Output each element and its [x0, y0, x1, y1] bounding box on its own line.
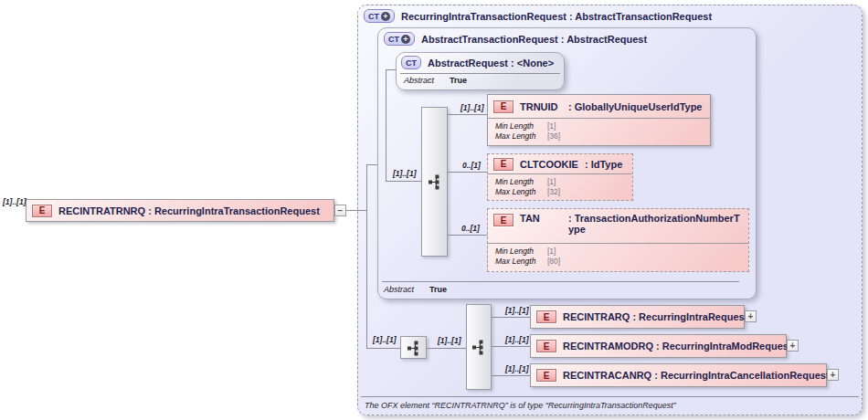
facet-label: Min Length: [495, 121, 547, 131]
element-box-recintracanrq[interactable]: E RECINTRACANRQ : RecurringIntraCancella…: [530, 363, 827, 387]
element-title: E CLTCOOKIE : IdType: [488, 154, 632, 173]
footer-divider: [361, 396, 859, 397]
base-type-title-text: AbstractTransactionRequest : AbstractReq…: [421, 34, 647, 45]
derived-plus-icon: +: [381, 12, 390, 21]
compositor-icon: [471, 339, 486, 355]
cardinality-outer-sequence: [1]..[1]: [373, 335, 397, 344]
element-icon: E: [32, 205, 52, 217]
outer-type-title: CT+ RecurringIntraTransactionRequest : A…: [364, 9, 712, 23]
facet-value: [1]: [547, 247, 556, 257]
root-element-box[interactable]: E RECINTRATRNRQ : RecurringIntraTransact…: [26, 199, 334, 222]
abstract-divider: [400, 73, 560, 74]
cardinality-root: [1]..[1]: [3, 197, 26, 206]
choice-compositor: [466, 304, 492, 390]
element-name: TAN: [520, 213, 562, 224]
base-type-title: CT+ AbstractTransactionRequest : Abstrac…: [384, 32, 647, 46]
facet-value: [1]: [547, 177, 556, 187]
facet-list: Min Length [1] Max Length [80]: [488, 244, 748, 267]
root-base-type-title: CT AbstractRequest : <None>: [401, 56, 554, 69]
abstract-divider: [382, 281, 739, 282]
complex-type-icon-label: CT: [368, 12, 379, 21]
facet-row: Max Length [80]: [495, 257, 741, 267]
abstract-value: True: [450, 76, 467, 85]
expand-button[interactable]: +: [787, 340, 799, 352]
facet-row: Max Length [32]: [495, 187, 625, 197]
footer-note: The OFX element “RECINTRATRNRQ” is of ty…: [365, 401, 676, 410]
cardinality-tan: 0..[1]: [461, 224, 480, 233]
facet-value: [80]: [547, 257, 560, 267]
element-title: E TAN : TransactionAuthorizationNumberTy…: [488, 209, 748, 243]
sequence-compositor: [421, 107, 448, 257]
facet-label: Min Length: [495, 247, 547, 257]
facet-label: Min Length: [495, 177, 547, 187]
cardinality-recintramodrq: [1]..[1]: [505, 335, 529, 344]
abstract-label: Abstract: [384, 285, 414, 294]
compositor-icon: [407, 340, 421, 356]
cardinality-recintracanrq: [1]..[1]: [505, 364, 529, 373]
element-title: E RECINTRATRNRQ : RecurringIntraTransact…: [26, 200, 333, 221]
element-title: E RECINTRACANRQ : RecurringIntraCancella…: [531, 364, 826, 386]
cardinality-cltcookie: 0..[1]: [462, 161, 481, 170]
collapse-button[interactable]: −: [334, 205, 346, 216]
complex-type-icon: CT+: [364, 9, 395, 23]
complex-type-icon: CT: [401, 56, 421, 69]
element-box-cltcookie[interactable]: E CLTCOOKIE : IdType Min Length [1] Max …: [487, 153, 633, 201]
element-title: E RECINTRAMODRQ : RecurringIntraModReque…: [531, 335, 786, 357]
element-name-type: RECINTRARQ : RecurringIntraRequest: [563, 311, 747, 322]
element-name-type: RECINTRACANRQ : RecurringIntraCancellati…: [563, 370, 830, 381]
element-name-type: RECINTRATRNRQ : RecurringIntraTransactio…: [58, 205, 320, 216]
abstract-row: Abstract True: [384, 285, 447, 294]
element-name: TRNUID: [520, 101, 562, 112]
facet-row: Min Length [1]: [495, 121, 703, 131]
complex-type-icon: CT+: [384, 32, 415, 46]
element-icon: E: [493, 158, 513, 171]
element-icon: E: [493, 100, 513, 113]
element-icon: E: [536, 369, 556, 382]
facet-label: Max Length: [495, 187, 547, 197]
element-box-recintramodrq[interactable]: E RECINTRAMODRQ : RecurringIntraModReque…: [530, 334, 787, 358]
facet-row: Max Length [36]: [495, 131, 703, 142]
expand-button[interactable]: +: [745, 310, 757, 322]
root-base-type-title-text: AbstractRequest : <None>: [428, 58, 554, 68]
facet-row: Min Length [1]: [495, 177, 625, 187]
cardinality-trnuid: [1]..[1]: [460, 103, 484, 112]
facet-value: [36]: [547, 131, 560, 142]
outer-type-title-text: RecurringIntraTransactionRequest : Abstr…: [401, 11, 712, 22]
element-box-tan[interactable]: E TAN : TransactionAuthorizationNumberTy…: [487, 208, 749, 272]
facet-value: [1]: [547, 121, 556, 131]
element-box-trnuid[interactable]: E TRNUID : GloballyUniqueUserIdType Min …: [487, 94, 711, 146]
complex-type-icon-label: CT: [388, 35, 399, 44]
element-name: CLTCOOKIE: [520, 159, 578, 170]
abstract-value: True: [429, 285, 447, 294]
outer-sequence-compositor: [400, 336, 427, 359]
element-title: E RECINTRARQ : RecurringIntraRequest: [531, 306, 744, 328]
cardinality-recintrarq: [1]..[1]: [505, 306, 529, 315]
element-box-recintrarq[interactable]: E RECINTRARQ : RecurringIntraRequest +: [530, 305, 745, 329]
cardinality-choice: [1]..[1]: [438, 336, 461, 345]
element-title: E TRNUID : GloballyUniqueUserIdType: [488, 95, 710, 118]
derived-plus-icon: +: [401, 35, 410, 44]
root-base-type-box: CT AbstractRequest : <None> Abstract Tru…: [396, 52, 565, 90]
element-icon: E: [536, 340, 556, 352]
element-icon: E: [536, 310, 556, 323]
cardinality-sequence: [1]..[1]: [393, 169, 417, 178]
xsd-diagram: CT+ RecurringIntraTransactionRequest : A…: [0, 0, 868, 420]
facet-row: Min Length [1]: [495, 247, 741, 257]
facet-list: Min Length [1] Max Length [32]: [488, 174, 632, 197]
expand-button[interactable]: +: [827, 369, 839, 381]
compositor-icon: [428, 173, 442, 190]
facet-label: Max Length: [495, 131, 547, 142]
abstract-row: Abstract True: [404, 76, 467, 85]
element-icon: E: [493, 214, 513, 226]
element-type: : TransactionAuthorizationNumberType: [568, 213, 743, 235]
element-name-type: RECINTRAMODRQ : RecurringIntraModRequest: [563, 341, 792, 352]
facet-list: Min Length [1] Max Length [36]: [488, 119, 710, 142]
abstract-label: Abstract: [404, 76, 434, 85]
facet-value: [32]: [547, 187, 560, 197]
complex-type-icon-label: CT: [406, 58, 417, 68]
facet-label: Max Length: [495, 257, 547, 267]
element-type: : GloballyUniqueUserIdType: [568, 101, 703, 112]
element-type: : IdType: [585, 159, 622, 170]
